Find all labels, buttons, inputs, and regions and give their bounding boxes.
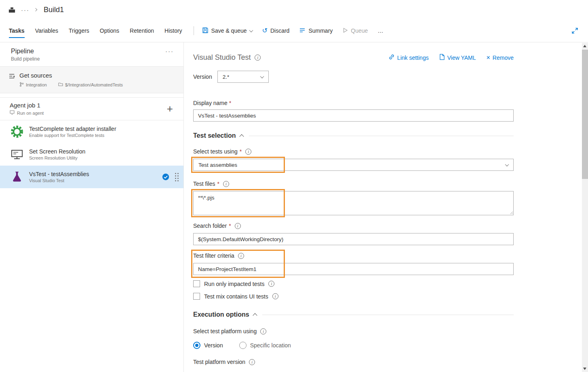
chevron-down-icon xyxy=(249,28,253,32)
select-test-platform-label: Select test platform using xyxy=(193,328,257,334)
required-marker: * xyxy=(229,100,231,106)
repo-name: Integration xyxy=(26,82,47,87)
queue-label: Queue xyxy=(351,27,368,34)
run-only-impacted-tests-checkbox[interactable] xyxy=(193,280,200,287)
radio-selected-icon xyxy=(193,342,200,349)
version-label: Version xyxy=(193,74,212,80)
task-subtitle: Enable support for TestComplete tests xyxy=(29,133,116,138)
display-name-label: Display name xyxy=(193,100,228,106)
tab-options[interactable]: Options xyxy=(100,19,119,42)
radio-specific-location[interactable]: Specific location xyxy=(239,342,291,349)
test-filter-criteria-input[interactable] xyxy=(193,263,514,275)
scrollbar[interactable] xyxy=(582,43,588,372)
azure-devops-logo-icon[interactable] xyxy=(8,6,16,14)
source-path: $/Integration/AutomatedTests xyxy=(65,82,123,87)
undo-icon: ↺ xyxy=(262,27,268,34)
tab-retention[interactable]: Retention xyxy=(130,19,154,42)
selected-check-icon xyxy=(162,173,169,181)
tab-bar: Tasks Variables Triggers Options Retenti… xyxy=(9,19,182,42)
add-task-button[interactable]: + xyxy=(167,103,173,114)
breadcrumb-overflow-button[interactable]: ··· xyxy=(21,6,30,13)
save-queue-button[interactable]: Save & queue xyxy=(202,27,253,35)
run-only-impacted-tests-label: Run only impacted tests xyxy=(204,281,264,287)
task-config-panel: Visual Studio Test Link settings xyxy=(184,42,588,372)
radio-specific-location-label: Specific location xyxy=(250,342,291,349)
info-icon[interactable] xyxy=(235,223,241,229)
info-icon[interactable] xyxy=(268,281,274,287)
version-select[interactable]: 2.* xyxy=(217,71,269,83)
chevron-down-icon xyxy=(260,74,264,78)
radio-unselected-icon xyxy=(239,342,247,349)
task-item-set-screen-resolution[interactable]: Set Screen Resolution Screen Resolution … xyxy=(0,143,183,166)
select-tests-using-value: Test assemblies xyxy=(198,162,237,168)
chevron-up-icon xyxy=(239,134,244,139)
scroll-down-button[interactable] xyxy=(583,368,586,370)
select-tests-using-select[interactable]: Test assemblies xyxy=(193,159,514,171)
tab-triggers[interactable]: Triggers xyxy=(69,19,89,42)
agent-job-item[interactable]: Agent job 1 Run on agent + xyxy=(0,97,183,120)
info-icon[interactable] xyxy=(255,55,261,61)
fullscreen-icon[interactable] xyxy=(571,27,578,34)
info-icon[interactable] xyxy=(223,181,229,187)
link-settings-button[interactable]: Link settings xyxy=(388,54,429,61)
save-queue-label: Save & queue xyxy=(211,27,247,34)
info-icon[interactable] xyxy=(249,359,255,365)
pipeline-subtitle: Build pipeline xyxy=(11,56,40,62)
summary-label: Summary xyxy=(308,27,333,34)
search-folder-input[interactable] xyxy=(193,233,514,245)
gear-icon xyxy=(10,124,24,139)
task-title: VsTest - testAssemblies xyxy=(29,171,89,177)
section-execution-options[interactable]: Execution options xyxy=(193,311,514,318)
monitor-icon xyxy=(10,147,24,162)
agent-job-subtitle: Run on agent xyxy=(17,111,44,116)
search-folder-label: Search folder xyxy=(193,223,227,229)
task-item-vstest[interactable]: VsTest - testAssemblies Visual Studio Te… xyxy=(0,166,183,188)
tab-variables[interactable]: Variables xyxy=(35,19,58,42)
discard-button[interactable]: ↺ Discard xyxy=(262,27,290,34)
test-mix-ui-tests-checkbox[interactable] xyxy=(193,293,200,300)
test-files-textarea[interactable]: **\*.pjs xyxy=(193,191,514,215)
drag-handle[interactable] xyxy=(175,173,176,174)
section-title: Test selection xyxy=(193,132,236,139)
tab-history[interactable]: History xyxy=(164,19,182,42)
remove-button[interactable]: × Remove xyxy=(487,55,514,61)
more-options-button[interactable]: … xyxy=(377,27,383,34)
queue-button[interactable]: Queue xyxy=(342,27,368,34)
get-sources-icon xyxy=(9,73,16,88)
task-item-testcomplete-installer[interactable]: TestComplete test adapter installer Enab… xyxy=(0,120,183,143)
page-title: Build1 xyxy=(44,6,64,14)
remove-label: Remove xyxy=(493,55,514,61)
titlebar: ··· Build1 xyxy=(0,0,588,19)
pipeline-header: Pipeline Build pipeline ··· xyxy=(0,42,183,67)
get-sources-title: Get sources xyxy=(19,72,123,79)
toolbar-divider xyxy=(194,26,194,35)
section-test-selection[interactable]: Test selection xyxy=(193,132,514,139)
display-name-input[interactable] xyxy=(193,109,514,122)
summary-list-icon xyxy=(299,27,306,35)
tab-tasks[interactable]: Tasks xyxy=(9,19,25,42)
discard-label: Discard xyxy=(270,27,289,34)
version-value: 2.* xyxy=(223,74,230,80)
flask-icon xyxy=(10,170,24,184)
info-icon[interactable] xyxy=(245,149,251,155)
section-title: Execution options xyxy=(193,311,249,318)
pipeline-more-button[interactable]: ··· xyxy=(165,48,174,55)
view-yaml-button[interactable]: View YAML xyxy=(439,54,476,61)
radio-version[interactable]: Version xyxy=(193,342,223,349)
section-divider xyxy=(249,136,514,136)
pipeline-title: Pipeline xyxy=(11,48,40,55)
summary-button[interactable]: Summary xyxy=(299,27,333,35)
scroll-thumb[interactable] xyxy=(582,50,588,179)
required-marker: * xyxy=(240,148,242,155)
info-icon[interactable] xyxy=(260,328,266,334)
get-sources-item[interactable]: Get sources Integration $/In xyxy=(0,67,183,93)
scroll-up-button[interactable] xyxy=(583,45,586,47)
info-icon[interactable] xyxy=(272,293,278,299)
task-subtitle: Visual Studio Test xyxy=(29,178,89,183)
info-icon[interactable] xyxy=(238,253,244,259)
required-marker: * xyxy=(229,223,231,229)
menubar: Tasks Variables Triggers Options Retenti… xyxy=(0,19,588,42)
task-title: TestComplete test adapter installer xyxy=(29,126,116,132)
branch-icon xyxy=(19,82,24,88)
agent-job-title: Agent job 1 xyxy=(10,102,44,109)
